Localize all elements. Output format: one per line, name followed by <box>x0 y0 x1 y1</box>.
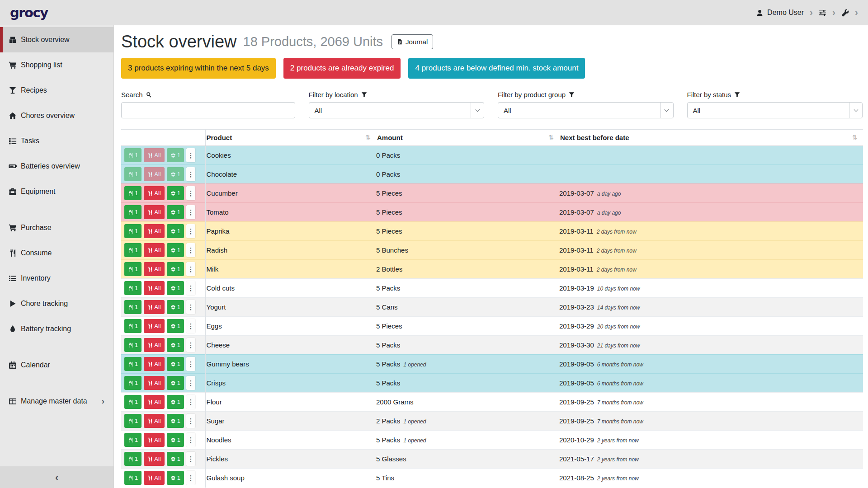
open-one-button[interactable]: 1 <box>167 357 184 371</box>
consume-all-button[interactable]: All <box>144 167 164 181</box>
consume-one-button[interactable]: 1 <box>124 300 142 314</box>
consume-one-button[interactable]: 1 <box>124 471 142 485</box>
consume-all-button[interactable]: All <box>144 262 164 276</box>
sidebar-item-chores-overview[interactable]: Chores overview <box>0 103 113 128</box>
alert-below-min-stock[interactable]: 4 products are below defined min. stock … <box>408 58 585 79</box>
consume-one-button[interactable]: 1 <box>124 167 142 181</box>
product-group-filter-select[interactable]: All <box>498 102 674 118</box>
row-menu-button[interactable]: ⋮ <box>186 319 195 333</box>
open-one-button[interactable]: 1 <box>167 243 184 257</box>
consume-all-button[interactable]: All <box>144 243 164 257</box>
sidebar-item-manage-master-data[interactable]: Manage master data › <box>0 389 113 414</box>
consume-one-button[interactable]: 1 <box>124 414 142 428</box>
open-one-button[interactable]: 1 <box>167 395 184 409</box>
row-menu-button[interactable]: ⋮ <box>186 148 195 162</box>
row-menu-button[interactable]: ⋮ <box>186 433 195 447</box>
consume-one-button[interactable]: 1 <box>124 452 142 466</box>
consume-one-button[interactable]: 1 <box>124 262 142 276</box>
sidebar-item-equipment[interactable]: Equipment <box>0 179 113 204</box>
admin-menu[interactable] <box>841 9 849 17</box>
status-filter-select[interactable]: All <box>687 102 863 118</box>
consume-all-button[interactable]: All <box>144 224 164 238</box>
column-header-next-best-before-date[interactable]: Next best before date ⇅ <box>559 130 863 146</box>
consume-one-button[interactable]: 1 <box>124 433 142 447</box>
app-logo[interactable]: grocy <box>10 5 48 20</box>
consume-all-button[interactable]: All <box>144 376 164 390</box>
consume-one-button[interactable]: 1 <box>124 376 142 390</box>
consume-all-button[interactable]: All <box>144 471 164 485</box>
sidebar-item-consume[interactable]: Consume <box>0 240 113 266</box>
row-menu-button[interactable]: ⋮ <box>186 300 195 314</box>
column-header-product[interactable]: Product ⇅ <box>205 130 376 146</box>
open-one-button[interactable]: 1 <box>167 471 184 485</box>
row-menu-button[interactable]: ⋮ <box>186 357 195 371</box>
sidebar-item-purchase[interactable]: Purchase <box>0 215 113 240</box>
sidebar-item-recipes[interactable]: Recipes <box>0 78 113 103</box>
sidebar-item-shopping-list[interactable]: Shopping list <box>0 52 113 78</box>
settings-menu[interactable] <box>819 9 826 17</box>
column-header-amount[interactable]: Amount ⇅ <box>376 130 559 146</box>
open-one-button[interactable]: 1 <box>167 300 184 314</box>
sidebar-item-calendar[interactable]: Calendar <box>0 352 113 378</box>
open-one-button[interactable]: 1 <box>167 224 184 238</box>
consume-one-button[interactable]: 1 <box>124 224 142 238</box>
consume-one-button[interactable]: 1 <box>124 186 142 200</box>
open-one-button[interactable]: 1 <box>167 433 184 447</box>
consume-all-button[interactable]: All <box>144 395 164 409</box>
row-menu-button[interactable]: ⋮ <box>186 452 195 466</box>
sidebar-item-stock-overview[interactable]: Stock overview <box>0 27 113 52</box>
row-menu-button[interactable]: ⋮ <box>186 224 195 238</box>
location-filter-select[interactable]: All <box>309 102 485 118</box>
row-menu-button[interactable]: ⋮ <box>186 376 195 390</box>
open-one-button[interactable]: 1 <box>167 452 184 466</box>
sidebar-collapse-button[interactable]: ‹ <box>0 466 113 488</box>
row-menu-button[interactable]: ⋮ <box>186 243 195 257</box>
consume-one-button[interactable]: 1 <box>124 148 142 162</box>
open-one-button[interactable]: 1 <box>167 186 184 200</box>
journal-button[interactable]: Journal <box>392 34 433 49</box>
row-menu-button[interactable]: ⋮ <box>186 186 195 200</box>
row-menu-button[interactable]: ⋮ <box>186 471 195 485</box>
alert-expiring[interactable]: 3 products expiring within the next 5 da… <box>121 58 276 79</box>
row-menu-button[interactable]: ⋮ <box>186 281 195 295</box>
row-menu-button[interactable]: ⋮ <box>186 205 195 219</box>
consume-one-button[interactable]: 1 <box>124 281 142 295</box>
consume-one-button[interactable]: 1 <box>124 395 142 409</box>
open-one-button[interactable]: 1 <box>167 281 184 295</box>
consume-all-button[interactable]: All <box>144 281 164 295</box>
search-input[interactable] <box>121 102 295 118</box>
open-one-button[interactable]: 1 <box>167 414 184 428</box>
consume-all-button[interactable]: All <box>144 452 164 466</box>
row-menu-button[interactable]: ⋮ <box>186 167 195 181</box>
sidebar-item-battery-tracking[interactable]: Battery tracking <box>0 316 113 342</box>
consume-one-button[interactable]: 1 <box>124 338 142 352</box>
consume-all-button[interactable]: All <box>144 300 164 314</box>
consume-all-button[interactable]: All <box>144 338 164 352</box>
open-one-button[interactable]: 1 <box>167 167 184 181</box>
row-menu-button[interactable]: ⋮ <box>186 262 195 276</box>
sidebar-item-inventory[interactable]: Inventory <box>0 266 113 291</box>
consume-one-button[interactable]: 1 <box>124 319 142 333</box>
consume-all-button[interactable]: All <box>144 414 164 428</box>
sidebar-item-chore-tracking[interactable]: Chore tracking <box>0 291 113 316</box>
consume-all-button[interactable]: All <box>144 319 164 333</box>
row-menu-button[interactable]: ⋮ <box>186 338 195 352</box>
open-one-button[interactable]: 1 <box>167 319 184 333</box>
open-one-button[interactable]: 1 <box>167 376 184 390</box>
user-menu[interactable]: Demo User <box>756 9 804 17</box>
consume-one-button[interactable]: 1 <box>124 243 142 257</box>
sidebar-item-tasks[interactable]: Tasks <box>0 128 113 154</box>
open-one-button[interactable]: 1 <box>167 148 184 162</box>
consume-all-button[interactable]: All <box>144 205 164 219</box>
row-menu-button[interactable]: ⋮ <box>186 395 195 409</box>
consume-all-button[interactable]: All <box>144 433 164 447</box>
open-one-button[interactable]: 1 <box>167 338 184 352</box>
open-one-button[interactable]: 1 <box>167 205 184 219</box>
row-menu-button[interactable]: ⋮ <box>186 414 195 428</box>
consume-all-button[interactable]: All <box>144 148 164 162</box>
consume-one-button[interactable]: 1 <box>124 205 142 219</box>
consume-one-button[interactable]: 1 <box>124 357 142 371</box>
consume-all-button[interactable]: All <box>144 186 164 200</box>
sidebar-item-batteries-overview[interactable]: Batteries overview <box>0 154 113 179</box>
alert-expired[interactable]: 2 products are already expired <box>283 58 401 79</box>
